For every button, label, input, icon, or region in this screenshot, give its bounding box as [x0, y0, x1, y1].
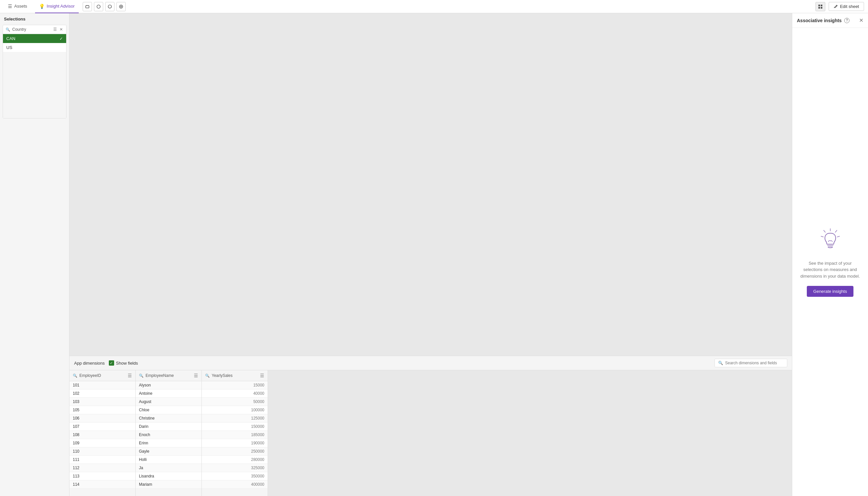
right-panel: Associative insights ? ✕: [792, 13, 868, 496]
employee-id-value: 107: [73, 424, 79, 429]
yearly-sales-menu-icon[interactable]: ☰: [260, 373, 264, 378]
list-item[interactable]: 107: [69, 422, 135, 431]
yearly-sales-value: 280000: [251, 457, 264, 462]
list-item[interactable]: 111: [69, 455, 135, 464]
svg-point-1: [97, 5, 100, 8]
list-item[interactable]: 114: [69, 480, 135, 489]
tab-assets[interactable]: ☰ Assets: [4, 0, 31, 13]
list-item[interactable]: 350000: [202, 472, 268, 480]
show-fields-toggle[interactable]: ✓ Show fields: [109, 360, 138, 366]
list-item[interactable]: 50000: [202, 398, 268, 406]
filter-list-icon[interactable]: ☰: [52, 27, 58, 32]
app-dimensions-bar: App dimensions ✓ Show fields 🔍: [69, 356, 792, 370]
list-item[interactable]: Ja: [136, 464, 202, 472]
insights-content: See the impact of your selections on mea…: [792, 28, 868, 496]
list-item[interactable]: 113: [69, 472, 135, 480]
employee-id-menu-icon[interactable]: ☰: [128, 373, 132, 378]
select-rect-icon[interactable]: [83, 2, 92, 11]
yearly-sales-value: 400000: [251, 482, 264, 487]
help-icon[interactable]: ?: [844, 18, 850, 23]
search-dimensions: 🔍: [714, 359, 787, 367]
list-item[interactable]: 15000: [202, 381, 268, 389]
list-item[interactable]: Darin: [136, 422, 202, 431]
list-item[interactable]: Enoch: [136, 431, 202, 439]
associative-insights-label: Associative insights: [797, 18, 841, 23]
yearly-sales-value: 185000: [251, 433, 264, 437]
list-item[interactable]: Holli: [136, 455, 202, 464]
svg-rect-4: [818, 5, 820, 6]
employee-name-value: Darin: [139, 424, 148, 429]
assets-tab-label: Assets: [14, 4, 27, 9]
insights-description: See the impact of your selections on mea…: [799, 260, 862, 280]
yearly-sales-list: 15000 40000 50000 100000 125000 150000 1…: [202, 381, 268, 496]
svg-line-12: [821, 236, 823, 237]
list-item[interactable]: 190000: [202, 439, 268, 447]
list-item[interactable]: 325000: [202, 464, 268, 472]
list-item[interactable]: August: [136, 398, 202, 406]
list-item[interactable]: 106: [69, 414, 135, 422]
employee-name-column: 🔍 EmployeeName ☰ Alyson Antoine August C…: [136, 370, 202, 496]
list-item[interactable]: Antoine: [136, 389, 202, 398]
list-item[interactable]: 250000: [202, 447, 268, 455]
yearly-sales-value: 100000: [251, 408, 264, 412]
list-item[interactable]: 125000: [202, 414, 268, 422]
employee-name-value: August: [139, 399, 151, 404]
list-item[interactable]: 280000: [202, 455, 268, 464]
list-item[interactable]: Lisandra: [136, 472, 202, 480]
employee-id-value: 103: [73, 399, 79, 404]
employee-name-value: Mariam: [139, 482, 152, 487]
list-item[interactable]: 112: [69, 464, 135, 472]
yearly-sales-value: 40000: [253, 391, 264, 396]
tab-insight-advisor[interactable]: 💡 Insight Advisor: [35, 0, 79, 13]
list-item[interactable]: Erinn: [136, 439, 202, 447]
yearly-sales-value: 250000: [251, 449, 264, 454]
select-circle-icon[interactable]: [94, 2, 103, 11]
filter-item-can[interactable]: CAN ✓: [3, 34, 66, 43]
svg-rect-7: [821, 7, 822, 9]
grid-view-button[interactable]: [816, 2, 825, 11]
svg-rect-5: [821, 5, 822, 6]
edit-sheet-button[interactable]: Edit sheet: [828, 2, 864, 11]
select-lasso-icon[interactable]: [105, 2, 114, 11]
list-item[interactable]: Chloe: [136, 406, 202, 414]
list-item[interactable]: 101: [69, 381, 135, 389]
yearly-sales-title-wrap: 🔍 YearlySales: [205, 373, 233, 378]
list-item[interactable]: 105: [69, 406, 135, 414]
list-item[interactable]: Gayle: [136, 447, 202, 455]
employee-id-title: EmployeeID: [79, 373, 101, 378]
search-dims-input-wrapper: 🔍: [714, 359, 787, 367]
generate-insights-button[interactable]: Generate insights: [807, 286, 854, 297]
close-icon[interactable]: ✕: [859, 17, 863, 24]
employee-id-value: 105: [73, 408, 79, 412]
yearly-sales-value: 50000: [253, 399, 264, 404]
list-item[interactable]: 400000: [202, 480, 268, 489]
list-item[interactable]: Christine: [136, 414, 202, 422]
list-item[interactable]: Alyson: [136, 381, 202, 389]
search-dims-field[interactable]: [725, 361, 784, 365]
employee-name-value: Christine: [139, 416, 155, 421]
list-item[interactable]: 102: [69, 389, 135, 398]
list-item[interactable]: 103: [69, 398, 135, 406]
employee-name-value: Ja: [139, 466, 143, 470]
edit-sheet-label: Edit sheet: [840, 4, 859, 9]
list-item[interactable]: 110: [69, 447, 135, 455]
list-item[interactable]: 40000: [202, 389, 268, 398]
employee-id-column: 🔍 EmployeeID ☰ 101 102 103 105 106 107 1…: [69, 370, 136, 496]
filter-close-icon[interactable]: ✕: [59, 27, 64, 32]
employee-name-value: Enoch: [139, 433, 150, 437]
filter-item-us[interactable]: US: [3, 43, 66, 52]
svg-rect-0: [86, 6, 89, 8]
yearly-sales-value: 350000: [251, 474, 264, 479]
list-item[interactable]: 108: [69, 431, 135, 439]
list-item[interactable]: 100000: [202, 406, 268, 414]
filter-item-us-label: US: [6, 45, 12, 50]
employee-name-menu-icon[interactable]: ☰: [194, 373, 198, 378]
center-area: App dimensions ✓ Show fields 🔍 🔍 Employe…: [69, 13, 792, 496]
list-item[interactable]: 109: [69, 439, 135, 447]
select-target-icon[interactable]: [116, 2, 126, 11]
list-item[interactable]: 150000: [202, 422, 268, 431]
list-item[interactable]: Mariam: [136, 480, 202, 489]
show-fields-label: Show fields: [116, 361, 138, 366]
employee-id-value: 108: [73, 433, 79, 437]
list-item[interactable]: 185000: [202, 431, 268, 439]
